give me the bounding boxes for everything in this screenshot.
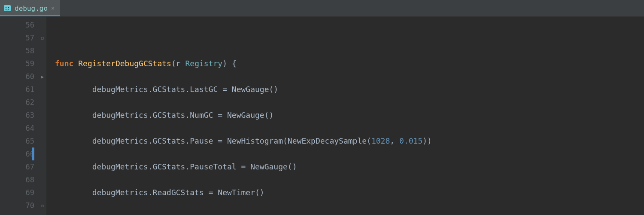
code-line[interactable]: func RegisterDebugGCStats(r Registry) { xyxy=(55,57,644,70)
tab-bar: debug.go × xyxy=(0,0,644,17)
code-line[interactable]: debugMetrics.ReadGCStats = NewTimer() xyxy=(55,186,644,199)
line-number[interactable]: 67 xyxy=(0,160,34,173)
code-area[interactable]: func RegisterDebugGCStats(r Registry) { … xyxy=(46,17,644,215)
svg-point-2 xyxy=(8,7,9,8)
line-number[interactable]: 63 xyxy=(0,109,34,122)
code-line[interactable]: debugMetrics.GCStats.LastGC = NewGauge() xyxy=(55,83,644,96)
gutter-arrow-icon[interactable] xyxy=(41,70,44,83)
line-number[interactable]: 60 xyxy=(0,70,34,83)
svg-point-1 xyxy=(6,7,6,8)
current-line-marker xyxy=(32,147,34,160)
code-line[interactable]: debugMetrics.GCStats.PauseTotal = NewGau… xyxy=(55,160,644,173)
line-number[interactable]: 62 xyxy=(0,96,34,109)
fold-end-icon[interactable] xyxy=(41,199,44,212)
line-number[interactable]: 59 xyxy=(0,57,34,70)
code-line[interactable] xyxy=(55,31,644,44)
code-line[interactable]: debugMetrics.GCStats.NumGC = NewGauge() xyxy=(55,109,644,122)
code-line[interactable]: debugMetrics.GCStats.Pause = NewHistogra… xyxy=(55,135,644,147)
line-number[interactable]: 69 xyxy=(0,186,34,199)
tab-filename: debug.go xyxy=(15,4,48,12)
line-number[interactable]: 68 xyxy=(0,173,34,186)
line-number[interactable]: 64 xyxy=(0,122,34,135)
line-number[interactable]: 66 xyxy=(0,147,34,160)
editor: 56 57 58 59 60 61 62 63 64 65 66 67 68 6… xyxy=(0,17,644,215)
file-tab[interactable]: debug.go × xyxy=(0,0,61,16)
close-icon[interactable]: × xyxy=(51,5,55,12)
line-number[interactable]: 57 xyxy=(0,31,34,44)
line-number[interactable]: 56 xyxy=(0,18,34,31)
gutter: 56 57 58 59 60 61 62 63 64 65 66 67 68 6… xyxy=(0,17,46,215)
line-number[interactable]: 58 xyxy=(0,44,34,57)
go-file-icon xyxy=(3,4,11,12)
line-number[interactable]: 65 xyxy=(0,135,34,147)
code-line[interactable] xyxy=(55,212,644,215)
line-number[interactable]: 61 xyxy=(0,83,34,96)
line-number[interactable]: 70 xyxy=(0,199,34,212)
fold-start-icon[interactable] xyxy=(41,31,44,45)
